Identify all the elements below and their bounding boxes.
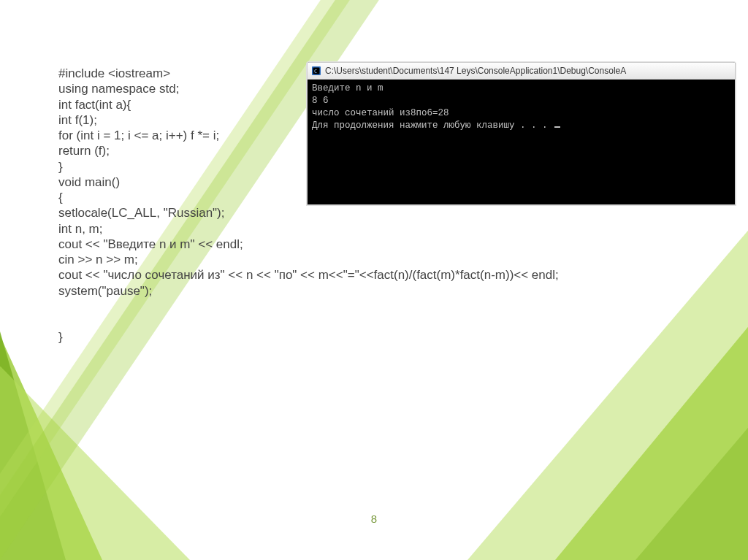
- console-title: C:\Users\student\Documents\147 Leys\Cons…: [325, 66, 735, 76]
- svg-text:C: C: [314, 69, 317, 74]
- console-titlebar: C C:\Users\student\Documents\147 Leys\Co…: [308, 63, 735, 80]
- console-line: Введите n и m: [312, 83, 383, 93]
- code-line: int fact(int a){: [58, 98, 131, 112]
- code-line: void main(): [58, 175, 120, 189]
- console-output: Введите n и m 8 6 число сочетаний из8по6…: [308, 80, 735, 204]
- code-line: system("pause");: [58, 284, 152, 298]
- code-line: cout << "число сочетаний из" << n << "по…: [58, 268, 559, 282]
- console-line: Для продолжения нажмите любую клавишу . …: [312, 120, 553, 131]
- code-line: }: [58, 160, 63, 174]
- code-line: cin >> n >> m;: [58, 253, 138, 266]
- console-line: число сочетаний из8по6=28: [312, 108, 449, 118]
- code-line: return (f);: [58, 144, 110, 158]
- console-cursor: [554, 126, 560, 128]
- code-line: setlocale(LC_ALL, "Russian");: [58, 206, 225, 220]
- code-line: int f(1);: [58, 113, 97, 127]
- console-line: 8 6: [312, 96, 329, 106]
- slide-page: #include <iostream> using namespace std;…: [0, 0, 748, 560]
- code-line: }: [58, 330, 63, 344]
- code-line: {: [58, 191, 63, 204]
- code-line: for (int i = 1; i <= a; i++) f *= i;: [58, 129, 219, 142]
- cpp-console-icon: C: [311, 66, 321, 76]
- code-line: int n, m;: [58, 222, 102, 236]
- page-number: 8: [0, 513, 748, 525]
- console-window: C C:\Users\student\Documents\147 Leys\Co…: [307, 62, 736, 205]
- code-line: #include <iostream>: [58, 66, 170, 80]
- code-line: using namespace std;: [58, 82, 179, 96]
- code-line: cout << "Введите n и m" << endl;: [58, 237, 243, 251]
